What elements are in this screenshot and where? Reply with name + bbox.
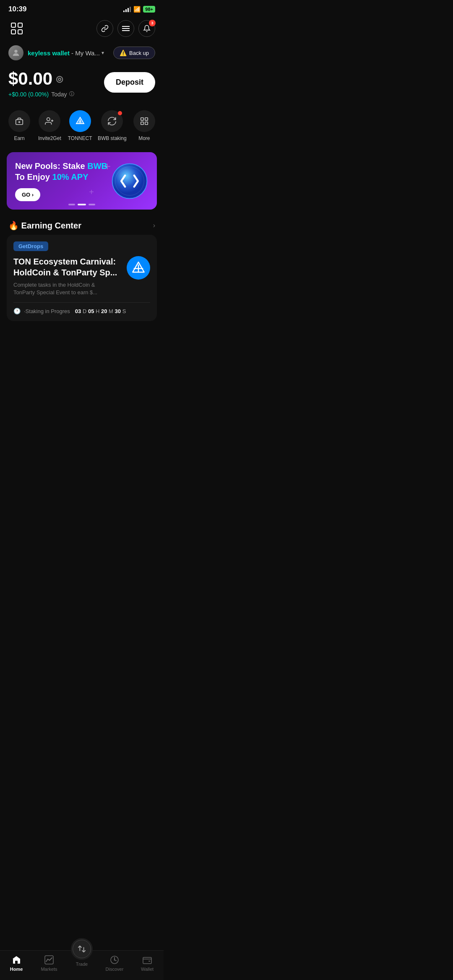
- action-tonnect-label: TONNECT: [68, 135, 92, 141]
- earning-center-title: 🔥 Earning Center: [8, 220, 81, 231]
- svg-rect-14: [145, 118, 148, 120]
- wallet-selector[interactable]: keyless wallet - My Wa... ▾: [8, 45, 104, 60]
- balance-amount: $0.00 ◎: [8, 69, 74, 89]
- earning-card-desc: Complete tasks in the HoldCoin &TonParty…: [13, 281, 117, 296]
- status-icons: 📶 98+: [123, 6, 155, 13]
- banner-dots: [68, 204, 95, 205]
- app-logo: [8, 20, 25, 37]
- action-invite[interactable]: Invite2Get: [37, 110, 62, 141]
- banner-title: New Pools: Stake BWB To Enjoy 10% APY: [15, 161, 107, 182]
- earning-center-header[interactable]: 🔥 Earning Center ›: [0, 214, 164, 235]
- menu-button[interactable]: [117, 20, 134, 37]
- earning-center-chevron: ›: [153, 222, 155, 229]
- wifi-icon: 📶: [133, 6, 141, 13]
- wallet-name: keyless wallet - My Wa... ▾: [28, 49, 104, 57]
- action-earn[interactable]: Earn: [7, 110, 32, 141]
- bwb-dot: [118, 111, 122, 115]
- status-time: 10:39: [8, 5, 26, 13]
- balance-section: $0.00 ◎ +$0.00 (0.00%) Today ⓘ Deposit: [0, 65, 164, 106]
- getdrops-badge: GetDrops: [13, 241, 48, 251]
- svg-point-17: [112, 163, 147, 198]
- banner-coin-graphic: [111, 162, 148, 200]
- earning-card[interactable]: GetDrops TON Ecosystem Carnival:HoldCoin…: [7, 235, 157, 321]
- action-bwb[interactable]: BWB staking: [98, 110, 127, 141]
- svg-rect-15: [141, 122, 143, 124]
- staking-row: 🕐 ·Staking in Progres 03 D 05 H 20 M 30 …: [13, 302, 150, 314]
- svg-point-3: [14, 50, 17, 53]
- quick-actions: Earn Invite2Get TONNECT: [0, 106, 164, 148]
- status-bar: 10:39 📶 98+: [0, 0, 164, 17]
- action-earn-label: Earn: [14, 135, 24, 141]
- notification-badge: 3: [149, 20, 156, 26]
- backup-button[interactable]: ⚠️ Back up: [113, 47, 155, 59]
- battery-icon: 98+: [143, 6, 155, 13]
- warning-icon: ⚠️: [120, 49, 127, 56]
- svg-point-7: [47, 118, 50, 121]
- deposit-button[interactable]: Deposit: [104, 72, 155, 93]
- action-more[interactable]: More: [132, 110, 157, 141]
- top-nav: 3: [0, 17, 164, 40]
- banner-go-button[interactable]: GO ›: [15, 188, 40, 201]
- promo-banner[interactable]: + + New Pools: Stake BWB To Enjoy 10% AP…: [7, 152, 157, 210]
- balance-change: +$0.00 (0.00%) Today ⓘ: [8, 91, 74, 98]
- signal-icon: [123, 7, 131, 12]
- wallet-avatar: [8, 45, 23, 60]
- wallet-chevron: ▾: [102, 50, 104, 56]
- ton-logo: [127, 256, 150, 280]
- svg-rect-16: [145, 122, 148, 124]
- action-invite-label: Invite2Get: [38, 135, 61, 141]
- notification-button[interactable]: 3: [138, 20, 155, 37]
- clock-icon: 🕐: [13, 308, 21, 314]
- wallet-row: keyless wallet - My Wa... ▾ ⚠️ Back up: [0, 40, 164, 65]
- action-bwb-label: BWB staking: [98, 135, 127, 141]
- hide-balance-icon[interactable]: ◎: [56, 74, 63, 84]
- action-tonnect[interactable]: TONNECT: [68, 110, 93, 141]
- link-button[interactable]: [96, 20, 113, 37]
- earning-card-title: TON Ecosystem Carnival:HoldCoin & TonPar…: [13, 256, 117, 278]
- svg-rect-13: [141, 118, 143, 120]
- info-icon[interactable]: ⓘ: [69, 91, 74, 98]
- nav-actions: 3: [96, 20, 155, 37]
- action-more-label: More: [138, 135, 150, 141]
